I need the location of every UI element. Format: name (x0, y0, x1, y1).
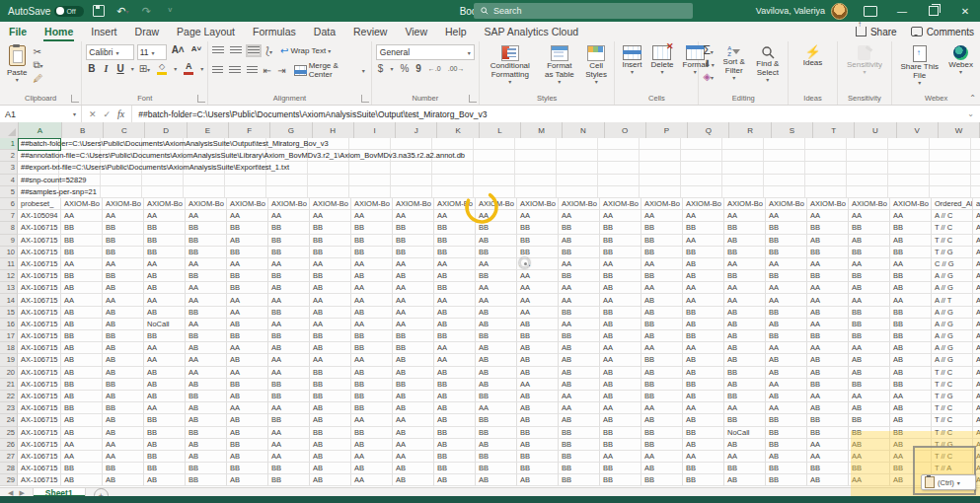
cell[interactable]: BB (61, 402, 103, 414)
cell[interactable]: AA (517, 282, 559, 294)
cell[interactable]: BB (103, 402, 144, 414)
cut-button[interactable]: ✂ (33, 46, 42, 57)
cell-styles-button[interactable]: Cell Styles▾ (582, 44, 611, 87)
cell[interactable]: BB (61, 270, 103, 282)
cell[interactable]: AB (351, 439, 393, 451)
cell[interactable]: AB (807, 367, 849, 379)
row-header-21[interactable]: 21 (0, 379, 18, 391)
cell[interactable]: AB (517, 342, 559, 354)
cell[interactable]: T // C (932, 379, 973, 391)
cell[interactable]: AB (517, 474, 559, 486)
row-header-14[interactable]: 14 (0, 294, 18, 306)
conditional-formatting-button[interactable]: Conditional Formatting▾ (484, 44, 537, 87)
cell[interactable]: AX-106715 (18, 474, 61, 486)
clear-button[interactable]: ◈▾ (703, 71, 714, 82)
cell[interactable]: AB (517, 367, 559, 379)
cell[interactable]: AB (144, 379, 186, 391)
cell[interactable]: BB (766, 235, 807, 247)
cell[interactable]: BB (766, 463, 807, 474)
row-header-5[interactable]: 5 (0, 186, 18, 198)
cell[interactable]: AB (724, 354, 766, 366)
row-header-9[interactable]: 9 (0, 235, 18, 247)
ribbon-tab-formulas[interactable]: Formulas (244, 22, 305, 41)
cell[interactable]: AB (517, 402, 559, 414)
cell[interactable]: AB (683, 319, 724, 330)
cell[interactable]: AA (103, 451, 144, 463)
cell[interactable]: BB (600, 307, 641, 319)
cell[interactable]: ##export-txt-file=C:\Users\Public\Docume… (18, 162, 980, 174)
cell[interactable]: probeset_ (18, 198, 61, 210)
cell[interactable]: AB (144, 270, 186, 282)
cell[interactable]: BB (849, 247, 890, 258)
cell[interactable]: AB (434, 414, 476, 426)
cell[interactable]: AXIOM-Bo (766, 198, 807, 210)
column-header-R[interactable]: R (729, 122, 771, 138)
cell[interactable]: AA (393, 414, 434, 426)
cell[interactable]: AB (393, 391, 434, 402)
cell[interactable]: BB (559, 247, 600, 258)
merge-center-button[interactable]: Merge & Center▾ (292, 60, 367, 80)
cell[interactable]: BB (476, 451, 517, 463)
cell[interactable]: AXIOM-Bo (227, 198, 268, 210)
cell[interactable]: BB (600, 235, 641, 247)
fill-color-button[interactable]: ◇ (155, 63, 169, 75)
row-header-4[interactable]: 4 (0, 175, 18, 186)
cell[interactable]: BB (766, 247, 807, 258)
column-header-U[interactable]: U (855, 122, 896, 138)
cell[interactable]: BB (310, 330, 351, 342)
cell[interactable]: AA (351, 210, 393, 222)
cell[interactable]: AB (683, 414, 724, 426)
cell[interactable]: BB (268, 379, 310, 391)
cell[interactable]: BB (600, 474, 641, 486)
cell[interactable]: AA (766, 402, 807, 414)
cell[interactable]: AB (310, 342, 351, 354)
grow-font-button[interactable]: A˄ (170, 44, 187, 60)
cell[interactable]: AB (807, 474, 849, 486)
cell[interactable]: AB (186, 342, 227, 354)
cell[interactable]: BB (559, 439, 600, 451)
cell[interactable]: AB (393, 474, 434, 486)
cell[interactable]: AA (103, 258, 144, 270)
cell[interactable]: AB (227, 319, 268, 330)
cell[interactable]: AB (310, 439, 351, 451)
cell[interactable]: BB (683, 379, 724, 391)
sort-filter-button[interactable]: AZSort & Filter▾ (719, 44, 749, 83)
cell[interactable]: AX-106715 (18, 414, 61, 426)
delete-cells-button[interactable]: Delete▾ (647, 44, 676, 77)
cell[interactable]: BB (600, 439, 641, 451)
cell[interactable]: AXIOM-Bo (61, 198, 103, 210)
cell[interactable]: AB (476, 474, 517, 486)
cell[interactable]: AA (641, 342, 683, 354)
cell[interactable]: BB (310, 235, 351, 247)
cell[interactable]: Af (973, 270, 980, 282)
cell[interactable]: AA (807, 258, 849, 270)
cell[interactable]: AB (434, 270, 476, 282)
cell[interactable]: AXIOM-Bo (144, 198, 186, 210)
cell[interactable]: BB (476, 427, 517, 439)
cell[interactable]: BB (268, 391, 310, 402)
cell[interactable]: AB (476, 307, 517, 319)
cell[interactable]: AA (766, 294, 807, 306)
cell[interactable]: BB (476, 330, 517, 342)
autosum-button[interactable]: Σ▾ (703, 44, 714, 56)
cell[interactable]: BB (268, 414, 310, 426)
row-header-27[interactable]: 27 (0, 451, 18, 463)
cell[interactable]: BB (61, 247, 103, 258)
cell[interactable]: AA (600, 294, 641, 306)
cell[interactable]: BB (310, 391, 351, 402)
column-header-V[interactable]: V (897, 122, 939, 138)
close-button[interactable]: ✕ (950, 0, 980, 22)
cell[interactable]: AB (683, 367, 724, 379)
row-header-15[interactable]: 15 (0, 307, 18, 319)
cell[interactable]: AB (517, 354, 559, 366)
cell[interactable]: AB (393, 367, 434, 379)
cell[interactable]: AA (641, 451, 683, 463)
cell[interactable]: AXIOM-Bo (351, 198, 393, 210)
cell[interactable]: BB (227, 247, 268, 258)
cell[interactable]: AB (807, 307, 849, 319)
cell[interactable]: BB (641, 391, 683, 402)
cell[interactable]: AA (849, 474, 890, 486)
cell[interactable]: AB (310, 451, 351, 463)
cell[interactable]: BB (186, 222, 227, 234)
cell[interactable]: BB (227, 222, 268, 234)
